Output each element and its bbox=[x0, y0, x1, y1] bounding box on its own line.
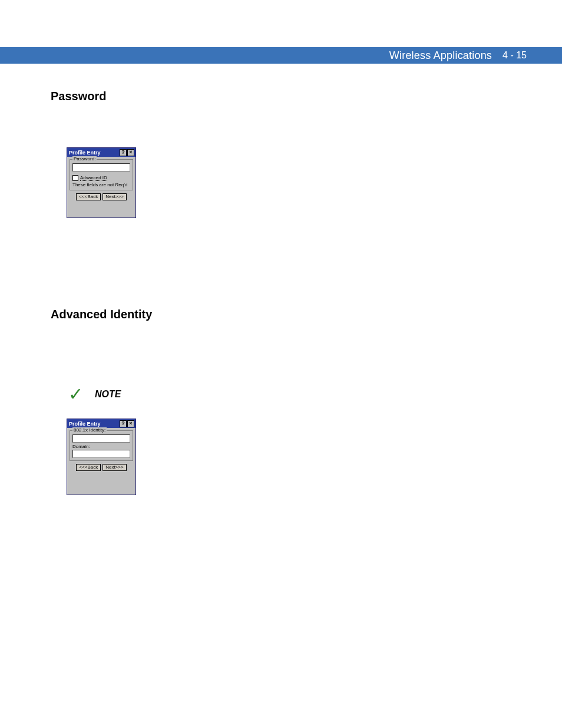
checkmark-icon: ✓ bbox=[68, 386, 83, 403]
dialog-advanced-identity: Profile Entry ? × 802.1x Identity: Domai… bbox=[67, 419, 136, 495]
identity-input[interactable] bbox=[72, 434, 130, 443]
advanced-id-checkbox[interactable] bbox=[72, 175, 78, 181]
dialog-password: Profile Entry ? × Password: Advanced ID … bbox=[67, 147, 136, 218]
header-title: Wireless Applications bbox=[389, 50, 492, 62]
password-input[interactable] bbox=[72, 163, 130, 172]
header-pagenum: 4 - 15 bbox=[503, 50, 527, 61]
note-block: ✓ NOTE bbox=[68, 386, 121, 403]
identity-group-label: 802.1x Identity: bbox=[72, 427, 107, 433]
password-group: Password: Advanced ID These fields are n… bbox=[70, 159, 133, 190]
domain-input[interactable] bbox=[72, 450, 130, 458]
next-button[interactable]: Next>>> bbox=[103, 464, 126, 471]
back-button[interactable]: <<<Back bbox=[76, 464, 101, 471]
domain-label: Domain: bbox=[72, 444, 130, 449]
back-button[interactable]: <<<Back bbox=[76, 193, 101, 200]
titlebar: Profile Entry ? × bbox=[67, 148, 135, 157]
next-button[interactable]: Next>>> bbox=[103, 193, 126, 200]
close-button[interactable]: × bbox=[127, 420, 134, 427]
titlebar: Profile Entry ? × bbox=[67, 419, 135, 428]
close-button[interactable]: × bbox=[127, 149, 134, 156]
section-advanced-heading: Advanced Identity bbox=[51, 308, 152, 321]
button-row: <<<Back Next>>> bbox=[67, 462, 135, 473]
section-password-heading: Password bbox=[51, 90, 106, 103]
note-label: NOTE bbox=[95, 389, 121, 400]
advanced-id-label: Advanced ID bbox=[80, 175, 107, 181]
identity-group: 802.1x Identity: Domain: bbox=[70, 430, 133, 461]
help-button[interactable]: ? bbox=[120, 420, 127, 427]
dialog-title: Profile Entry bbox=[68, 421, 119, 427]
help-button[interactable]: ? bbox=[120, 149, 127, 156]
header-bar: Wireless Applications 4 - 15 bbox=[0, 47, 562, 64]
fields-not-required-label: These fields are not Req'd bbox=[72, 182, 130, 187]
dialog-title: Profile Entry bbox=[68, 150, 119, 156]
password-group-label: Password: bbox=[72, 156, 97, 162]
button-row: <<<Back Next>>> bbox=[67, 192, 135, 203]
